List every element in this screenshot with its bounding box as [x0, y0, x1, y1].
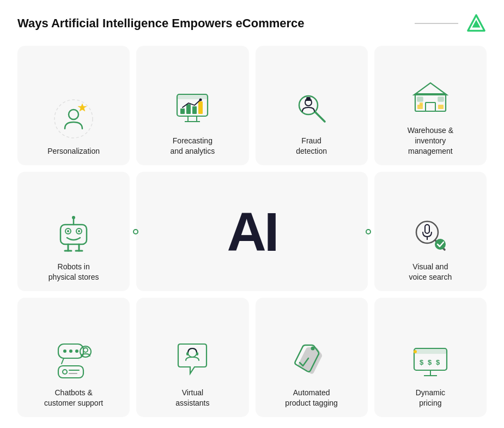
svg-text:$: $	[420, 358, 424, 366]
svg-rect-22	[426, 103, 435, 111]
svg-rect-24	[438, 97, 444, 101]
svg-rect-23	[417, 97, 423, 101]
svg-rect-50	[58, 366, 83, 378]
personalization-label: Personalization	[47, 146, 100, 156]
card-tagging: Automatedproduct tagging	[256, 298, 368, 417]
dynamic-icon: $ $ $	[409, 339, 452, 382]
card-forecasting: Forecastingand analytics	[136, 46, 248, 165]
robots-label: Robots inphysical stores	[48, 262, 99, 282]
cards-grid: Personalization Forecastingand analy	[17, 46, 487, 417]
forecasting-label: Forecastingand analytics	[171, 136, 215, 156]
ai-label: AI	[227, 204, 277, 259]
svg-rect-27	[438, 105, 444, 109]
visual-label: Visual andvoice search	[409, 262, 452, 282]
svg-marker-21	[414, 83, 447, 95]
card-fraud: Frauddetection	[256, 46, 368, 165]
dynamic-label: Dynamicpricing	[416, 388, 445, 408]
svg-rect-26	[420, 103, 423, 105]
robots-icon	[52, 213, 95, 256]
connector-dot-left	[133, 229, 138, 234]
svg-rect-6	[177, 94, 208, 99]
svg-text:$: $	[436, 358, 440, 366]
svg-rect-11	[186, 104, 191, 114]
card-warehouse: Warehouse &inventorymanagement	[374, 46, 487, 165]
card-ai-center: AI	[136, 172, 368, 291]
svg-text:$: $	[428, 358, 432, 366]
virtual-icon	[171, 339, 214, 382]
visual-icon	[409, 213, 452, 256]
svg-point-46	[69, 349, 72, 353]
svg-point-51	[63, 370, 67, 374]
card-personalization: Personalization	[17, 46, 130, 165]
tagging-label: Automatedproduct tagging	[285, 388, 338, 408]
svg-point-14	[199, 99, 202, 101]
warehouse-label: Warehouse &inventorymanagement	[408, 125, 453, 156]
svg-rect-55	[186, 352, 189, 355]
svg-point-45	[63, 349, 66, 353]
card-robots: Robots inphysical stores	[17, 172, 130, 291]
svg-point-43	[435, 239, 446, 250]
svg-point-30	[72, 216, 75, 219]
card-dynamic: $ $ $ Dynamicpricing	[374, 298, 487, 417]
card-visual: Visual andvoice search	[374, 172, 487, 291]
virtual-label: Virtualassistants	[175, 388, 209, 408]
fraud-label: Frauddetection	[296, 136, 327, 156]
card-virtual: Virtualassistants	[136, 298, 248, 417]
svg-rect-19	[306, 97, 311, 100]
brand-logo	[466, 13, 487, 34]
page-title: Ways Artificial Intelligence Empowers eC…	[17, 16, 305, 31]
chatbots-label: Chatbots &customer support	[44, 388, 103, 408]
svg-line-16	[315, 112, 325, 122]
svg-rect-59	[414, 348, 447, 354]
svg-point-34	[78, 230, 80, 232]
page-header: Ways Artificial Intelligence Empowers eC…	[17, 13, 487, 34]
svg-point-49	[83, 348, 88, 352]
svg-rect-41	[425, 225, 429, 233]
svg-rect-25	[417, 105, 423, 109]
personalization-icon	[52, 97, 95, 141]
svg-point-65	[414, 350, 417, 353]
svg-rect-10	[180, 108, 185, 114]
svg-rect-28	[60, 225, 87, 244]
svg-point-32	[67, 230, 69, 232]
svg-marker-4	[78, 104, 87, 111]
svg-point-3	[69, 110, 78, 119]
forecasting-icon	[171, 87, 214, 130]
warehouse-icon	[409, 76, 452, 120]
header-divider	[415, 23, 458, 24]
svg-rect-13	[198, 101, 203, 114]
fraud-icon	[290, 87, 333, 130]
svg-rect-12	[192, 106, 197, 114]
tagging-icon	[290, 339, 333, 382]
chatbots-icon	[52, 339, 95, 382]
connector-dot-right	[366, 229, 371, 234]
card-chatbots: Chatbots &customer support	[17, 298, 130, 417]
svg-rect-56	[196, 352, 198, 355]
svg-point-47	[75, 349, 78, 353]
svg-point-57	[311, 347, 314, 351]
